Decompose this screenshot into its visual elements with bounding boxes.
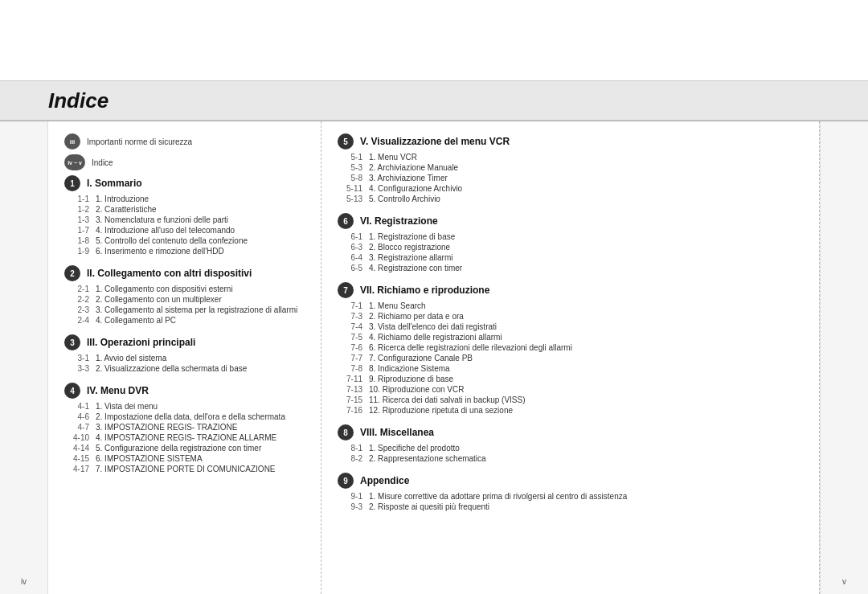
circle-badge-7: 7	[338, 282, 354, 298]
page-ref: 5-11	[341, 184, 369, 193]
page-ref: 6-5	[341, 264, 369, 272]
section-block-7: 7VII. Richiamo e riproduzione7-11. Menu …	[338, 282, 807, 415]
list-item: 4-62. Impostazione della data, dell'ora …	[64, 412, 309, 421]
page-ref: 7-4	[341, 322, 369, 331]
item-text: 4. Richiamo delle registrazioni allarmi	[369, 333, 807, 342]
toc-right-sections: 5V. Visualizzazione del menu VCR5-11. Me…	[338, 133, 807, 511]
item-text: 1. Misure correttive da adottare prima d…	[369, 492, 807, 501]
item-text: 1. Introduzione	[96, 195, 309, 203]
list-item: 3-32. Visualizzazione della schermata di…	[64, 364, 309, 373]
list-item: 2-44. Collegamento al PC	[64, 316, 309, 325]
list-item: 1-22. Caratteristiche	[64, 205, 309, 214]
page-ref: 5-8	[341, 174, 369, 182]
list-item: 4-104. IMPOSTAZIONE REGIS- TRAZIONE ALLA…	[64, 433, 309, 442]
page-ref: 2-2	[68, 295, 96, 304]
page-ref: 7-7	[341, 354, 369, 363]
section-block-5: 5V. Visualizzazione del menu VCR5-11. Me…	[338, 133, 807, 203]
list-item: 5-32. Archiviazione Manuale	[338, 163, 807, 172]
list-item: 5-114. Configurazione Archivio	[338, 184, 807, 193]
page-ref: 5-3	[341, 163, 369, 172]
item-text: 2. Risposte ai quesiti più frequenti	[369, 502, 807, 511]
list-item: 7-1511. Ricerca dei dati salvati in back…	[338, 395, 807, 404]
list-item: 1-96. Inserimento e rimozione dell'HDD	[64, 247, 309, 256]
section-header-3: 3III. Operazioni principali	[64, 334, 309, 350]
section-header-5: 5V. Visualizzazione del menu VCR	[338, 133, 807, 150]
item-text: 1. Specifiche del prodotto	[369, 444, 807, 453]
list-item: 5-135. Controllo Archivio	[338, 195, 807, 203]
page-ref: 4-7	[68, 423, 96, 432]
item-text: 3. IMPOSTAZIONE REGIS- TRAZIONE	[96, 423, 309, 432]
list-item: 7-32. Richiamo per data e ora	[338, 312, 807, 321]
item-text: 6. IMPOSTAZIONE SISTEMA	[96, 454, 309, 463]
section-header-2: 2II. Collegamento con altri dispositivi	[64, 265, 309, 281]
page-ref: 2-3	[68, 305, 96, 314]
list-item: 1-85. Controllo del contenuto della conf…	[64, 236, 309, 245]
toc-left-sections: 1I. Sommario1-11. Introduzione1-22. Cara…	[64, 175, 309, 473]
list-item: 1-33. Nomenclatura e funzioni delle part…	[64, 215, 309, 224]
section-block-2: 2II. Collegamento con altri dispositivi2…	[64, 265, 309, 325]
section-block-8: 8VIII. Miscellanea8-11. Specifiche del p…	[338, 424, 807, 463]
section-header-4: 4IV. Menu DVR	[64, 383, 309, 399]
item-text: 2. Impostazione della data, dell'ora e d…	[96, 412, 309, 421]
item-text: 8. Indicazione Sistema	[369, 364, 807, 373]
main-content: iv iii Importanti norme di sicurezza iv …	[0, 121, 868, 594]
circle-badge-2: 2	[64, 265, 80, 281]
item-text: 3. Vista dell'elenco dei dati registrati	[369, 322, 807, 331]
item-text: 6. Inserimento e rimozione dell'HDD	[96, 247, 309, 256]
badge-iii: iii	[64, 133, 80, 150]
item-text: 5. Controllo Archivio	[369, 195, 807, 203]
section-title-2: II. Collegamento con altri dispositivi	[87, 268, 252, 279]
item-text: 1. Avvio del sistema	[96, 354, 309, 363]
page-ref: 4-6	[68, 412, 96, 421]
page-ref: 2-1	[68, 285, 96, 293]
section-title-9: Appendice	[360, 475, 409, 486]
page-title: Indice	[48, 88, 108, 113]
page-ref: 2-4	[68, 316, 96, 325]
item-text: 2. Blocco registrazione	[369, 243, 807, 252]
item-text: 1. Vista dei menu	[96, 402, 309, 411]
page-ref: 6-1	[341, 232, 369, 241]
page-ref: 4-10	[68, 433, 96, 442]
page-ref: 7-3	[341, 312, 369, 321]
item-text: 4. Collegamento al PC	[96, 316, 309, 325]
list-item: 8-22. Rappresentazione schematica	[338, 454, 807, 463]
badge-iv-v: iv ~ v	[64, 154, 85, 170]
item-text: 2. Rappresentazione schematica	[369, 454, 807, 463]
toc-right: 5V. Visualizzazione del menu VCR5-11. Me…	[321, 121, 819, 594]
page-ref: 7-13	[341, 385, 369, 394]
page-ref: 6-4	[341, 253, 369, 262]
list-item: 1-11. Introduzione	[64, 195, 309, 203]
special-item-iii: iii Importanti norme di sicurezza	[64, 133, 309, 150]
list-item: 9-11. Misure correttive da adottare prim…	[338, 492, 807, 501]
list-item: 5-83. Archiviazione Timer	[338, 174, 807, 182]
item-text: 1. Collegamento con dispositivi esterni	[96, 285, 309, 293]
item-text: 2. Caratteristiche	[96, 205, 309, 214]
item-text: 2. Visualizzazione della schermata di ba…	[96, 364, 309, 373]
page-ref: 7-5	[341, 333, 369, 342]
list-item: 4-156. IMPOSTAZIONE SISTEMA	[64, 454, 309, 463]
item-text: 2. Collegamento con un multiplexer	[96, 295, 309, 304]
page-ref: 3-3	[68, 364, 96, 373]
right-page-num: v	[842, 577, 846, 586]
page-ref: 7-6	[341, 343, 369, 352]
circle-badge-3: 3	[64, 334, 80, 350]
circle-badge-9: 9	[338, 473, 354, 489]
item-text: 5. Configurazione della registrazione co…	[96, 444, 309, 453]
special-text-iv-v: Indice	[92, 158, 113, 167]
list-item: 7-11. Menu Search	[338, 301, 807, 310]
list-item: 1-74. Introduzione all'uso del telecoman…	[64, 226, 309, 235]
list-item: 7-43. Vista dell'elenco dei dati registr…	[338, 322, 807, 331]
list-item: 8-11. Specifiche del prodotto	[338, 444, 807, 453]
item-text: 4. Introduzione all'uso del telecomando	[96, 226, 309, 235]
right-sidebar: v	[820, 121, 868, 594]
section-title-3: III. Operazioni principali	[87, 337, 195, 348]
item-text: 1. Menu VCR	[369, 153, 807, 162]
item-text: 2. Archiviazione Manuale	[369, 163, 807, 172]
list-item: 4-177. IMPOSTAZIONE PORTE DI COMUNICAZIO…	[64, 465, 309, 473]
item-text: 3. Archiviazione Timer	[369, 174, 807, 182]
page-ref: 7-11	[341, 375, 369, 383]
page-ref: 8-1	[341, 444, 369, 453]
page-ref: 9-3	[341, 502, 369, 511]
page-ref: 7-1	[341, 301, 369, 310]
section-header-9: 9Appendice	[338, 473, 807, 489]
